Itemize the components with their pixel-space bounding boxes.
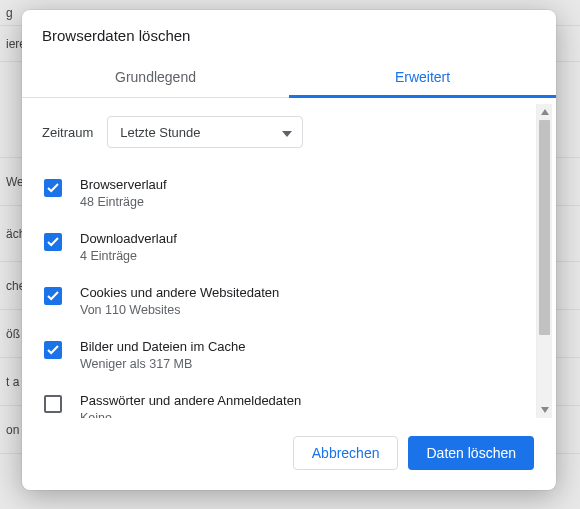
item-subtitle: Weniger als 317 MB xyxy=(80,357,245,371)
dialog-title: Browserdaten löschen xyxy=(22,10,556,58)
item-title: Passwörter und andere Anmeldedaten xyxy=(80,393,301,408)
list-item: Cookies und andere WebsitedatenVon 110 W… xyxy=(42,274,536,328)
checkbox[interactable] xyxy=(44,179,62,197)
tab-advanced[interactable]: Erweitert xyxy=(289,58,556,97)
scroll-down-icon[interactable] xyxy=(537,402,552,418)
scroll-up-icon[interactable] xyxy=(537,104,552,120)
dialog-footer: Abbrechen Daten löschen xyxy=(22,418,556,490)
scrollbar-thumb[interactable] xyxy=(539,120,550,335)
list-item: Browserverlauf48 Einträge xyxy=(42,166,536,220)
list-item: Passwörter und andere AnmeldedatenKeine xyxy=(42,382,536,418)
time-range-value: Letzte Stunde xyxy=(120,125,200,140)
checkbox[interactable] xyxy=(44,287,62,305)
checkbox[interactable] xyxy=(44,395,62,413)
clear-browsing-data-dialog: Browserdaten löschen Grundlegend Erweite… xyxy=(22,10,556,490)
tabs: Grundlegend Erweitert xyxy=(22,58,556,98)
time-range-dropdown[interactable]: Letzte Stunde xyxy=(107,116,303,148)
chevron-down-icon xyxy=(282,125,292,140)
item-title: Cookies und andere Websitedaten xyxy=(80,285,279,300)
scrollbar[interactable] xyxy=(536,104,552,418)
checkbox[interactable] xyxy=(44,233,62,251)
item-subtitle: Keine xyxy=(80,411,301,418)
item-title: Browserverlauf xyxy=(80,177,167,192)
item-subtitle: Von 110 Websites xyxy=(80,303,279,317)
checkbox[interactable] xyxy=(44,341,62,359)
item-subtitle: 48 Einträge xyxy=(80,195,167,209)
tab-basic[interactable]: Grundlegend xyxy=(22,58,289,97)
time-range-label: Zeitraum xyxy=(42,125,93,140)
item-title: Downloadverlauf xyxy=(80,231,177,246)
item-subtitle: 4 Einträge xyxy=(80,249,177,263)
dialog-body: Zeitraum Letzte Stunde Browserverlauf48 … xyxy=(22,98,556,418)
cancel-button[interactable]: Abbrechen xyxy=(293,436,399,470)
list-item: Bilder und Dateien im CacheWeniger als 3… xyxy=(42,328,536,382)
item-title: Bilder und Dateien im Cache xyxy=(80,339,245,354)
checkbox-list: Browserverlauf48 EinträgeDownloadverlauf… xyxy=(42,162,536,418)
confirm-button[interactable]: Daten löschen xyxy=(408,436,534,470)
list-item: Downloadverlauf4 Einträge xyxy=(42,220,536,274)
